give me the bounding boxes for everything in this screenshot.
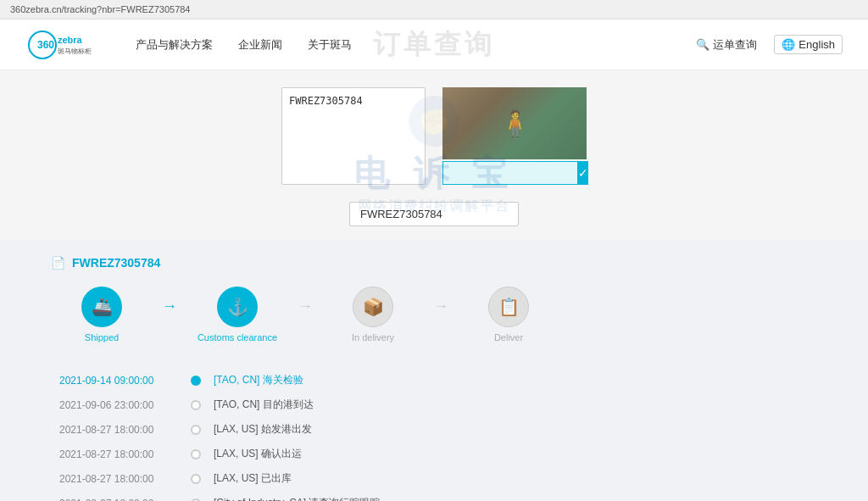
result-section: 📄 FWREZ7305784 🚢 Shipped → ⚓ Customs cle… — [0, 239, 868, 501]
timeline-date-5: 2021-08-27 18:00:00 — [59, 498, 178, 502]
search-section: FWREZ7305784 🧍 ✓ — [17, 87, 851, 185]
search-label: 运单查询 — [713, 37, 757, 53]
timeline-row-2: 2021-08-27 18:00:00 [LAX, US] 始发港出发 — [59, 417, 809, 442]
logo-icon: 360 zebra 斑马物标柜 — [25, 28, 102, 62]
captcha-input-row: ✓ — [442, 161, 587, 185]
step-deliver: 📋 Deliver — [458, 287, 559, 342]
timeline-dot-3 — [191, 449, 201, 459]
timeline-desc-2: [LAX, US] 始发港出发 — [214, 422, 312, 437]
nav-links: 产品与解决方案 企业新闻 关于斑马 — [136, 37, 696, 53]
timeline-date-4: 2021-08-27 18:00:00 — [59, 473, 178, 485]
step-shipped-icon: 🚢 — [81, 287, 122, 327]
tracking-number-input[interactable] — [349, 202, 519, 226]
captcha-area: 🧍 ✓ — [442, 87, 587, 185]
result-tracking-number[interactable]: FWREZ7305784 — [72, 256, 160, 270]
timeline-row-5: 2021-08-27 18:00:00 [City of Industry, C… — [59, 491, 809, 501]
timeline-date-1: 2021-09-06 23:00:00 — [59, 399, 178, 411]
arrow-2: → — [288, 298, 322, 315]
svg-text:zebra: zebra — [58, 35, 83, 45]
document-icon: 📄 — [51, 256, 65, 270]
arrow-3: → — [424, 298, 458, 315]
captcha-input[interactable] — [442, 161, 578, 185]
timeline-desc-1: [TAO, CN] 目的港到达 — [214, 398, 314, 412]
timeline-desc-3: [LAX, US] 确认出运 — [214, 447, 302, 461]
timeline-dot-4 — [191, 474, 201, 484]
main-content: FWREZ7305784 🧍 ✓ ✊ 电 诉 宝 网络消费纠纷调解平台 📄 — [0, 70, 868, 501]
anchor-icon: ⚓ — [227, 297, 248, 317]
timeline-row-0: 2021-09-14 09:00:00 [TAO, CN] 海关检验 — [59, 368, 809, 392]
captcha-image: 🧍 — [442, 87, 587, 159]
header-right: 🔍 运单查询 🌐 English — [696, 35, 843, 54]
step-delivery-label: In delivery — [352, 332, 394, 342]
captcha-submit-button[interactable]: ✓ — [578, 161, 588, 185]
timeline-dot-5 — [191, 498, 201, 502]
nav-about[interactable]: 关于斑马 — [308, 37, 352, 53]
search-icon: 🔍 — [696, 38, 709, 51]
timeline-row-3: 2021-08-27 18:00:00 [LAX, US] 确认出运 — [59, 442, 809, 466]
timeline-dot-1 — [191, 400, 201, 410]
svg-text:斑马物标柜: 斑马物标柜 — [58, 47, 92, 55]
lang-label: English — [798, 38, 835, 51]
step-customs: ⚓ Customs clearance — [186, 287, 288, 342]
step-deliver-icon: 📋 — [488, 287, 529, 327]
url-bar: 360zebra.cn/tracking?nbr=FWREZ7305784 — [0, 0, 868, 19]
language-button[interactable]: 🌐 English — [774, 35, 843, 54]
progress-steps: 🚢 Shipped → ⚓ Customs clearance → 📦 In d… — [51, 287, 817, 342]
timeline-date-2: 2021-08-27 18:00:00 — [59, 424, 178, 436]
step-shipped-label: Shipped — [85, 332, 119, 342]
result-header: 📄 FWREZ7305784 — [51, 256, 817, 270]
step-customs-label: Customs clearance — [198, 332, 277, 342]
captcha-person-icon: 🧍 — [499, 109, 531, 138]
step-deliver-label: Deliver — [494, 332, 523, 342]
timeline: 2021-09-14 09:00:00 [TAO, CN] 海关检验 2021-… — [51, 368, 817, 501]
box-icon: 📦 — [363, 297, 384, 317]
search-button[interactable]: 🔍 运单查询 — [696, 37, 757, 53]
globe-icon: 🌐 — [782, 38, 795, 51]
timeline-date-0: 2021-09-14 09:00:00 — [59, 375, 178, 387]
step-customs-icon: ⚓ — [217, 287, 258, 327]
timeline-dot-2 — [191, 425, 201, 435]
url-text: 360zebra.cn/tracking?nbr=FWREZ7305784 — [10, 4, 190, 14]
nav-news[interactable]: 企业新闻 — [238, 37, 282, 53]
step-shipped: 🚢 Shipped — [51, 287, 153, 342]
step-delivery: 📦 In delivery — [322, 287, 424, 342]
timeline-dot-0 — [191, 376, 201, 386]
timeline-row-1: 2021-09-06 23:00:00 [TAO, CN] 目的港到达 — [59, 392, 809, 417]
tracking-search-bar — [17, 202, 851, 226]
timeline-desc-0: [TAO, CN] 海关检验 — [214, 373, 303, 387]
tracking-textarea[interactable]: FWREZ7305784 — [281, 87, 426, 185]
timeline-date-3: 2021-08-27 18:00:00 — [59, 448, 178, 460]
header: 360 zebra 斑马物标柜 产品与解决方案 企业新闻 关于斑马 订单查询 🔍… — [0, 19, 868, 70]
timeline-desc-5: [City of Industry, CA] 请查询行踪跟踪 — [214, 496, 380, 501]
arrow-1: → — [153, 298, 186, 315]
clipboard-icon: 📋 — [498, 297, 520, 317]
svg-text:360: 360 — [37, 39, 54, 51]
ship-icon: 🚢 — [92, 297, 113, 317]
nav-products[interactable]: 产品与解决方案 — [136, 37, 213, 53]
step-delivery-icon: 📦 — [353, 287, 393, 327]
timeline-desc-4: [LAX, US] 已出库 — [214, 471, 292, 486]
timeline-row-4: 2021-08-27 18:00:00 [LAX, US] 已出库 — [59, 466, 809, 491]
logo: 360 zebra 斑马物标柜 — [25, 28, 102, 62]
